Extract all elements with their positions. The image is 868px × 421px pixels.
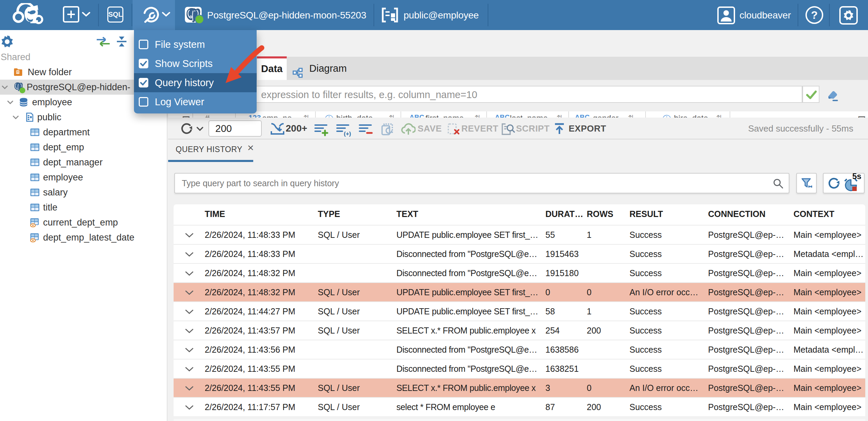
svg-text:(+): (+): [344, 131, 351, 137]
